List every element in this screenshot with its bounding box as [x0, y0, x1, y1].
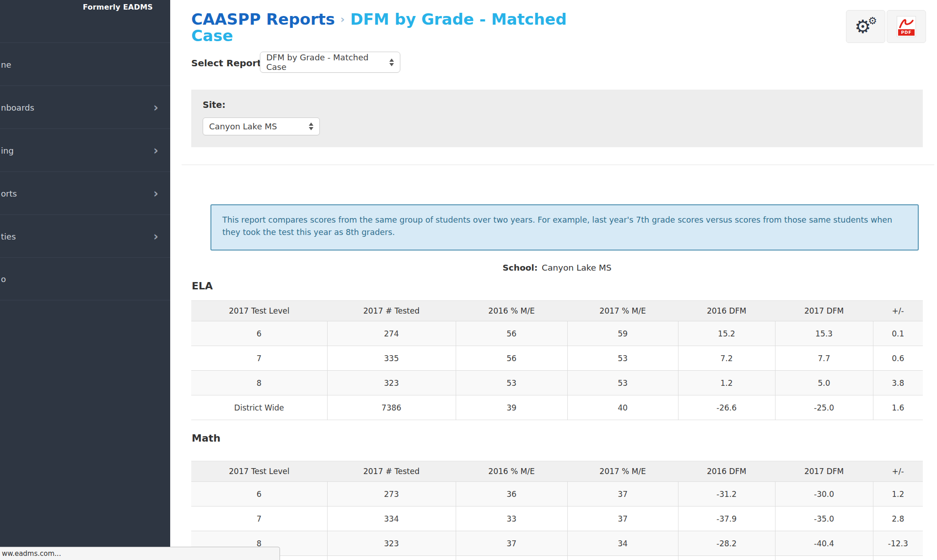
pdf-icon-label: PDF [898, 29, 915, 36]
table-cell: 39 [456, 395, 567, 420]
column-header: 2017 Test Level [191, 301, 327, 321]
table-cell: 334 [327, 507, 456, 531]
table-cell: 2.8 [873, 507, 923, 531]
table-cell: -30.0 [775, 482, 873, 507]
column-header: 2017 Test Level [191, 461, 327, 482]
table-cell [873, 556, 923, 560]
table-cell: 56 [456, 346, 567, 371]
table-cell: 53 [456, 371, 567, 395]
table-cell: -40.4 [775, 531, 873, 556]
settings-button[interactable]: ⚙ ⚙ [846, 10, 885, 43]
sidebar-item-dashboards[interactable]: nboards › [0, 85, 170, 128]
sidebar: Formerly EADMS ne nboards › ing › orts ›… [0, 0, 170, 560]
site-select[interactable]: Canyon Lake MS [203, 117, 320, 135]
table-cell: 5.0 [775, 371, 873, 395]
table-row: 6274565915.215.30.1 [191, 321, 923, 346]
table-cell: 7386 [327, 395, 456, 420]
report-actions: ⚙ ⚙ PDF [846, 10, 926, 43]
sidebar-item-reports[interactable]: orts › [0, 171, 170, 214]
table-cell: 15.2 [678, 321, 775, 346]
table-header-row: 2017 Test Level2017 # Tested2016 % M/E20… [191, 461, 923, 482]
table-cell: 53 [567, 371, 678, 395]
table-cell: 274 [327, 321, 456, 346]
table-cell: 0.6 [873, 346, 923, 371]
table-cell: 8 [191, 371, 327, 395]
chevron-right-icon: › [153, 144, 158, 156]
table-cell [567, 556, 678, 560]
sidebar-item-label: orts [1, 188, 17, 198]
sidebar-item-help[interactable]: o [0, 257, 170, 300]
sidebar-nav: ne nboards › ing › orts › ties › o [0, 43, 170, 300]
breadcrumb-separator-icon: › [340, 13, 345, 25]
table-cell: -37.9 [678, 507, 775, 531]
breadcrumb-root-link[interactable]: CAASPP Reports [191, 10, 335, 28]
table-cell: -35.0 [775, 507, 873, 531]
table-row: 733556537.27.70.6 [191, 346, 923, 371]
school-value: Canyon Lake MS [542, 263, 612, 272]
gear-small-icon: ⚙ [868, 16, 877, 26]
table-cell: -12.3 [873, 531, 923, 556]
column-header: 2017 % M/E [567, 461, 678, 482]
table-cell: 1.6 [873, 395, 923, 420]
table-cell: 6 [191, 321, 327, 346]
table-row: 83233734-28.2-40.4-12.3 [191, 531, 923, 556]
table-cell: 7.2 [678, 346, 775, 371]
table-row [191, 556, 923, 560]
table-cell: 33 [456, 507, 567, 531]
table-cell: 335 [327, 346, 456, 371]
ela-table: 2017 Test Level2017 # Tested2016 % M/E20… [191, 300, 923, 420]
column-header: 2016 DFM [678, 461, 775, 482]
column-header: 2017 DFM [775, 461, 873, 482]
breadcrumb-current-line2: Case [191, 27, 603, 44]
table-cell [327, 556, 456, 560]
report-select[interactable]: DFM by Grade - Matched Case [260, 52, 400, 73]
sidebar-item-label: ties [1, 231, 16, 241]
section-divider [182, 165, 934, 165]
site-select-value: Canyon Lake MS [209, 122, 277, 131]
school-line: School:Canyon Lake MS [191, 263, 923, 272]
table-cell: -31.2 [678, 482, 775, 507]
sidebar-item-label: ing [1, 145, 14, 155]
report-info-text: This report compares scores from the sam… [222, 214, 907, 239]
chevron-right-icon: › [153, 187, 158, 199]
column-header: +/- [873, 301, 923, 321]
table-cell: 273 [327, 482, 456, 507]
pdf-icon: PDF [897, 16, 916, 37]
column-header: 2017 # Tested [327, 301, 456, 321]
sidebar-item-home[interactable]: ne [0, 43, 170, 85]
breadcrumb-current: DFM by Grade - Matched [350, 10, 566, 28]
table-cell: 323 [327, 371, 456, 395]
table-cell: 1.2 [678, 371, 775, 395]
page-title: CAASPP Reports›DFM by Grade - MatchedCas… [191, 11, 603, 44]
select-arrows-icon [389, 59, 394, 66]
table-cell: 323 [327, 531, 456, 556]
table-cell [678, 556, 775, 560]
table-row: 62733637-31.2-30.01.2 [191, 482, 923, 507]
table-cell: 37 [567, 482, 678, 507]
sidebar-item-utilities[interactable]: ties › [0, 214, 170, 257]
table-cell: 56 [456, 321, 567, 346]
select-report-label: Select Report: [191, 58, 265, 69]
table-cell: 40 [567, 395, 678, 420]
sidebar-item-label: nboards [1, 102, 34, 112]
table-cell: -26.6 [678, 395, 775, 420]
table-header-row: 2017 Test Level2017 # Tested2016 % M/E20… [191, 301, 923, 321]
table-cell [456, 556, 567, 560]
school-label: School: [502, 263, 538, 272]
table-cell: 34 [567, 531, 678, 556]
table-cell: 7 [191, 507, 327, 531]
select-arrows-icon [309, 123, 313, 130]
table-row: 832353531.25.03.8 [191, 371, 923, 395]
ela-section-heading: ELA [192, 280, 213, 292]
column-header: +/- [873, 461, 923, 482]
column-header: 2017 # Tested [327, 461, 456, 482]
column-header: 2016 % M/E [456, 461, 567, 482]
site-panel: Site: Canyon Lake MS [191, 90, 923, 147]
table-cell: 0.1 [873, 321, 923, 346]
sidebar-item-label: o [1, 274, 6, 284]
sidebar-item-testing[interactable]: ing › [0, 128, 170, 171]
export-pdf-button[interactable]: PDF [887, 10, 926, 43]
table-cell: 7 [191, 346, 327, 371]
report-info-alert: This report compares scores from the sam… [210, 204, 919, 251]
table-cell: 59 [567, 321, 678, 346]
